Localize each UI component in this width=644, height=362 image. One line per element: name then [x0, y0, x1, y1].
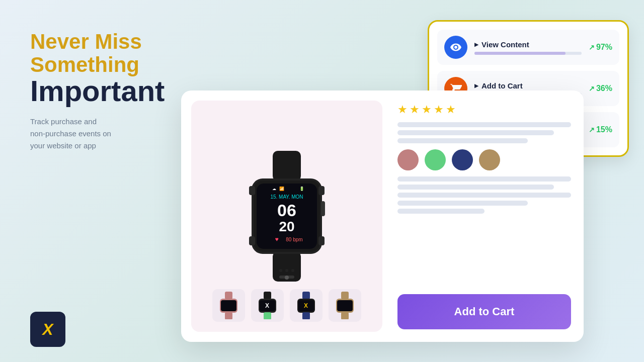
- view-content-icon: [444, 36, 467, 59]
- svg-rect-25: [225, 312, 232, 319]
- analytics-item-view-content: View Content 97%: [437, 30, 619, 65]
- brand-logo: X: [30, 312, 65, 347]
- view-content-bar-fill: [474, 52, 566, 55]
- desc-line-8: [397, 209, 485, 214]
- svg-rect-32: [302, 292, 310, 299]
- swatch-rose[interactable]: [397, 149, 419, 170]
- swatch-gold[interactable]: [479, 149, 500, 170]
- svg-rect-0: [273, 151, 301, 181]
- description-lines-2: [397, 176, 571, 214]
- thumb-navy[interactable]: X: [290, 289, 323, 322]
- svg-point-22: [279, 269, 282, 272]
- svg-rect-16: [249, 186, 255, 195]
- thumb-rose[interactable]: [212, 289, 245, 322]
- logo-text: X: [42, 320, 53, 339]
- svg-text:80 bpm: 80 bpm: [286, 237, 302, 242]
- svg-rect-18: [249, 236, 255, 245]
- svg-text:X: X: [265, 302, 269, 309]
- svg-rect-37: [341, 292, 349, 299]
- svg-text:🔋: 🔋: [299, 186, 304, 191]
- svg-rect-34: [302, 312, 310, 319]
- description-lines-1: [397, 122, 571, 143]
- hero-section: Never Miss Something Important Track pur…: [30, 30, 191, 152]
- svg-rect-26: [221, 300, 236, 311]
- svg-rect-40: [337, 300, 353, 311]
- svg-rect-19: [318, 236, 325, 245]
- desc-line-3: [397, 138, 528, 143]
- thumbnail-row: X X: [191, 289, 382, 322]
- svg-rect-23: [225, 292, 232, 299]
- product-card: 15. MAY. MON 06 20 ♥ 80 bpm ☁ 📶 🔋: [181, 90, 584, 342]
- thumb-green[interactable]: X: [251, 289, 284, 322]
- svg-point-21: [291, 269, 294, 272]
- svg-point-3: [285, 276, 289, 280]
- svg-point-20: [285, 269, 288, 272]
- star-4: ★: [434, 103, 444, 116]
- desc-line-4: [397, 176, 571, 182]
- view-content-content: View Content: [474, 40, 582, 55]
- svg-text:☁: ☁: [272, 187, 276, 191]
- watch-image: 15. MAY. MON 06 20 ♥ 80 bpm ☁ 📶 🔋: [231, 151, 342, 282]
- svg-rect-29: [264, 312, 271, 319]
- svg-rect-15: [321, 201, 325, 216]
- svg-text:X: X: [304, 302, 308, 309]
- view-content-bar-bg: [474, 52, 582, 55]
- color-swatches: [397, 149, 571, 170]
- swatch-green[interactable]: [425, 149, 446, 170]
- add-to-cart-label: Add to Cart: [474, 81, 582, 90]
- desc-line-7: [397, 201, 528, 206]
- star-rating: ★ ★ ★ ★ ★: [397, 103, 571, 116]
- view-content-label: View Content: [474, 40, 582, 49]
- star-3: ★: [422, 103, 432, 116]
- hero-subtext: Track purchase andnon-purchase events on…: [30, 116, 191, 152]
- svg-rect-17: [318, 186, 325, 195]
- svg-text:06: 06: [277, 201, 296, 220]
- desc-line-2: [397, 130, 554, 135]
- star-1: ★: [397, 103, 408, 116]
- svg-rect-39: [341, 312, 349, 319]
- headline-line2: Important: [30, 76, 191, 106]
- swatch-navy[interactable]: [452, 149, 473, 170]
- svg-text:15. MAY. MON: 15. MAY. MON: [270, 194, 303, 200]
- view-content-percent: 97%: [589, 43, 612, 52]
- watch-svg: 15. MAY. MON 06 20 ♥ 80 bpm ☁ 📶 🔋: [236, 151, 337, 282]
- star-2: ★: [410, 103, 420, 116]
- add-to-cart-button[interactable]: Add to Cart: [397, 294, 571, 329]
- svg-text:♥: ♥: [275, 236, 278, 243]
- initiate-checkout-percent: 15%: [589, 125, 612, 134]
- headline-line1: Never Miss Something: [30, 30, 191, 76]
- thumb-gold[interactable]: [329, 289, 361, 322]
- product-info-section: ★ ★ ★ ★ ★ Add to Cart: [392, 90, 584, 342]
- desc-line-6: [397, 193, 571, 198]
- svg-text:20: 20: [279, 219, 294, 234]
- svg-text:📶: 📶: [279, 186, 284, 191]
- add-to-cart-percent: 36%: [589, 84, 612, 93]
- product-image-section: 15. MAY. MON 06 20 ♥ 80 bpm ☁ 📶 🔋: [191, 101, 382, 332]
- desc-line-5: [397, 185, 554, 190]
- svg-rect-27: [264, 292, 271, 299]
- star-5: ★: [446, 103, 456, 116]
- desc-line-1: [397, 122, 571, 127]
